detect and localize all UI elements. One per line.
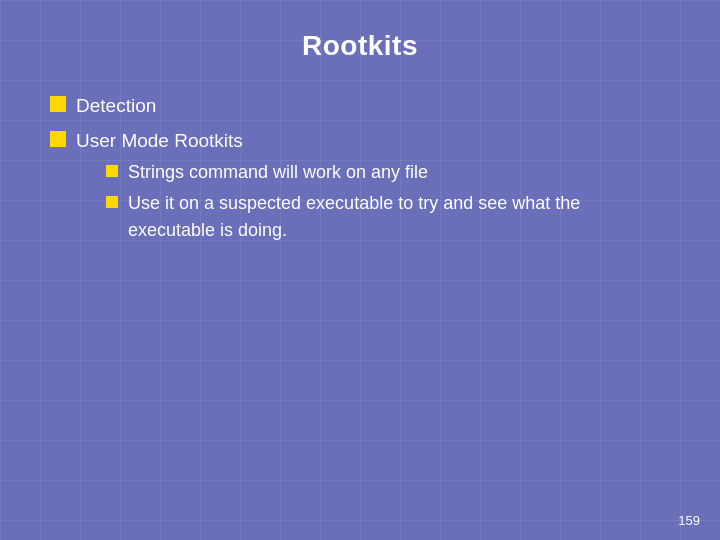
- sub-bullet-marker-strings: [106, 165, 118, 177]
- sub-bullet-marker-use-it: [106, 196, 118, 208]
- sub-bullet-strings: Strings command will work on any file: [106, 159, 670, 186]
- bullet-user-mode-content: User Mode Rootkits Strings command will …: [76, 127, 670, 245]
- sub-bullet-use-it-text: Use it on a suspected executable to try …: [128, 190, 670, 244]
- bullet-user-mode-text: User Mode Rootkits: [76, 130, 243, 151]
- bullet-user-mode: User Mode Rootkits Strings command will …: [50, 127, 670, 245]
- slide-content: Detection User Mode Rootkits Strings com…: [50, 92, 670, 244]
- page-number: 159: [678, 513, 700, 528]
- sub-bullet-use-it: Use it on a suspected executable to try …: [106, 190, 670, 244]
- slide: Rootkits Detection User Mode Rootkits St…: [0, 0, 720, 540]
- slide-title: Rootkits: [302, 30, 418, 62]
- bullet-marker-detection: [50, 96, 66, 112]
- bullet-marker-user-mode: [50, 131, 66, 147]
- bullet-detection-text: Detection: [76, 92, 670, 121]
- bullet-detection: Detection: [50, 92, 670, 121]
- sub-bullets-container: Strings command will work on any file Us…: [106, 159, 670, 244]
- sub-bullet-strings-text: Strings command will work on any file: [128, 159, 670, 186]
